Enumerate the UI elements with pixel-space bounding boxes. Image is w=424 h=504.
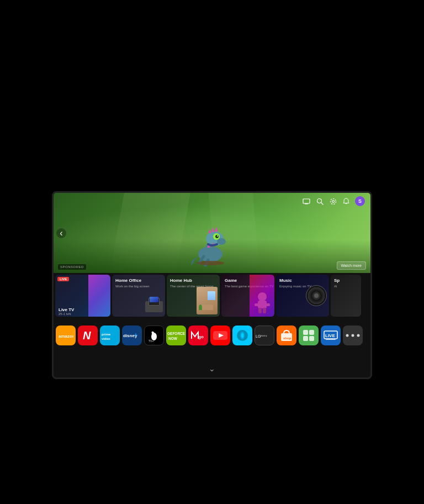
svg-point-39 bbox=[241, 333, 243, 338]
dragon-character bbox=[187, 222, 237, 266]
svg-line-3 bbox=[321, 202, 323, 204]
card-game-title: Game bbox=[225, 278, 237, 284]
svg-rect-45 bbox=[303, 336, 308, 341]
live-tv-visual bbox=[88, 275, 110, 317]
svg-point-50 bbox=[346, 334, 349, 337]
svg-text:NOW: NOW bbox=[168, 337, 178, 340]
app-apple-tv[interactable]: TV+ bbox=[144, 326, 164, 345]
svg-point-5 bbox=[330, 198, 336, 204]
cards-row: LIVE Live TV 25-1 tvN Home Office Work o… bbox=[54, 273, 370, 318]
svg-point-4 bbox=[332, 200, 334, 202]
hero-prev-button[interactable]: ‹ bbox=[56, 228, 66, 238]
svg-point-51 bbox=[352, 334, 354, 337]
svg-rect-46 bbox=[309, 336, 314, 341]
tv-input-icon[interactable] bbox=[302, 197, 311, 206]
svg-text:LIVE: LIVE bbox=[325, 333, 335, 338]
svg-text:GEFORCE: GEFORCE bbox=[167, 332, 185, 335]
card-sport-title: Sp bbox=[334, 278, 340, 284]
card-sport-subtitle: Al bbox=[334, 285, 337, 289]
watch-more-button[interactable]: Watch more bbox=[337, 261, 366, 270]
card-sport[interactable]: Sp Al bbox=[331, 275, 361, 317]
svg-rect-44 bbox=[309, 330, 314, 335]
svg-marker-12 bbox=[208, 229, 211, 233]
card-music-title: Music bbox=[279, 278, 292, 284]
svg-rect-1 bbox=[305, 203, 308, 204]
app-lg-channels[interactable]: LGᵉᵃˢʸ bbox=[255, 326, 274, 345]
app-disney-plus[interactable]: disney + bbox=[122, 326, 142, 345]
svg-rect-19 bbox=[258, 301, 267, 308]
svg-point-52 bbox=[357, 334, 360, 337]
svg-point-17 bbox=[197, 261, 224, 265]
sponsored-badge: SPONSORED bbox=[58, 264, 86, 270]
svg-rect-48 bbox=[326, 339, 336, 340]
svg-text:amazon: amazon bbox=[59, 334, 73, 339]
app-apps[interactable] bbox=[299, 326, 319, 345]
card-home-hub[interactable]: Home Hub The center of the smart home bbox=[167, 275, 220, 317]
user-avatar[interactable]: S bbox=[355, 196, 365, 206]
card-live-tv[interactable]: LIVE Live TV 25-1 tvN bbox=[55, 275, 110, 317]
settings-icon[interactable] bbox=[328, 197, 337, 206]
svg-text:N: N bbox=[83, 329, 91, 342]
svg-text:prime: prime bbox=[102, 333, 111, 336]
app-more[interactable] bbox=[343, 326, 363, 345]
svg-marker-14 bbox=[215, 227, 218, 232]
app-netflix[interactable]: N bbox=[78, 326, 98, 345]
svg-text:shop: shop bbox=[283, 337, 292, 340]
svg-marker-13 bbox=[211, 227, 215, 232]
app-prime-video[interactable]: prime video bbox=[100, 326, 120, 345]
apps-row: amazon N prime video disney + bbox=[54, 320, 370, 350]
svg-rect-20 bbox=[255, 303, 259, 306]
app-alexa[interactable] bbox=[232, 326, 252, 345]
card-music[interactable]: Music Enjoying music on TV bbox=[276, 275, 329, 317]
app-geforce-now[interactable]: GEFORCE NOW bbox=[166, 326, 186, 345]
hub-visual bbox=[195, 275, 220, 317]
svg-rect-0 bbox=[303, 199, 310, 203]
app-live-tv[interactable]: LIVE bbox=[321, 326, 341, 345]
svg-point-11 bbox=[217, 235, 218, 237]
card-live-title: Live TV bbox=[59, 307, 74, 312]
app-youtube[interactable] bbox=[210, 326, 230, 345]
card-home-hub-title: Home Hub bbox=[170, 278, 192, 284]
svg-rect-21 bbox=[266, 303, 270, 306]
top-nav: S bbox=[296, 193, 370, 209]
svg-text:LGᵉᵃˢʸ: LGᵉᵃˢʸ bbox=[256, 334, 267, 338]
app-shop[interactable]: shop bbox=[277, 326, 296, 345]
svg-rect-22 bbox=[258, 308, 262, 313]
music-visual bbox=[304, 275, 329, 317]
card-home-office-title: Home Office bbox=[115, 278, 141, 284]
app-amazon[interactable]: amazon bbox=[56, 326, 76, 345]
card-live-channel: 25-1 tvN bbox=[59, 312, 71, 316]
scroll-indicator[interactable]: ⌄ bbox=[209, 364, 215, 373]
search-icon[interactable] bbox=[315, 197, 324, 206]
svg-text:go: go bbox=[198, 334, 204, 339]
live-badge: LIVE bbox=[57, 277, 69, 281]
svg-rect-23 bbox=[263, 308, 266, 313]
tv-frame: S bbox=[52, 191, 372, 379]
svg-text:TV+: TV+ bbox=[149, 339, 153, 343]
card-home-office[interactable]: Home Office Work on the big screen bbox=[112, 275, 165, 317]
svg-point-18 bbox=[258, 292, 267, 301]
app-megago[interactable]: go bbox=[188, 326, 208, 345]
svg-rect-43 bbox=[303, 330, 308, 335]
svg-text:video: video bbox=[102, 337, 110, 340]
card-game[interactable]: Game The best game experience on TV bbox=[221, 275, 274, 317]
svg-point-10 bbox=[215, 235, 219, 238]
notifications-icon[interactable] bbox=[342, 197, 351, 206]
svg-text:+: + bbox=[134, 332, 137, 338]
office-visual bbox=[143, 275, 165, 317]
